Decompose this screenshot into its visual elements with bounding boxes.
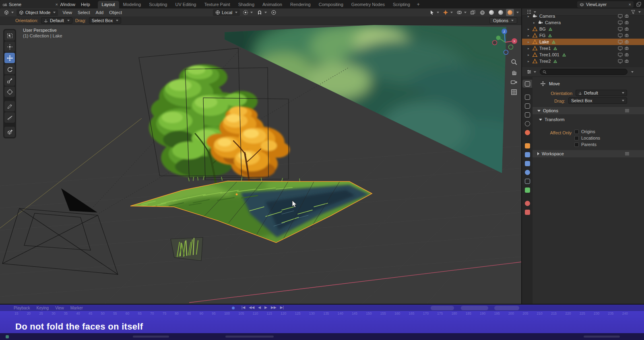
workspace-section-header[interactable]: Workspace [533,150,644,157]
disclosure-icon[interactable]: ▸ [533,21,538,25]
section-menu-icon[interactable] [625,109,630,113]
tool-transform[interactable] [4,87,15,97]
show-overlays-button[interactable] [455,9,468,16]
timeline-menu[interactable]: View [55,306,64,310]
shading-solid-button[interactable] [487,9,495,16]
pan-hand-icon[interactable] [510,68,518,76]
viewport-menu[interactable]: Add [93,9,107,16]
show-gizmo-button[interactable] [442,9,454,16]
viewport-visibility-icon[interactable] [618,52,623,57]
tool-move[interactable] [4,53,15,63]
render-visibility-icon[interactable] [625,39,630,44]
transport-button[interactable]: |◀ [242,305,245,309]
properties-tab[interactable] [522,93,532,101]
timeline-menu[interactable]: Keying [37,306,49,310]
options-section-header[interactable]: Options [533,107,644,114]
workspace-tab[interactable]: Layout [98,1,119,8]
properties-tab[interactable] [522,159,532,167]
viewport-menu[interactable]: View [60,9,75,16]
workspace-tab[interactable]: Rendering [286,1,315,8]
render-visibility-icon[interactable] [625,59,630,64]
affect-only-option[interactable]: Parents [574,141,600,148]
workspace-tab[interactable]: Compositing [315,1,347,8]
axis-neg-z-ball[interactable] [504,50,508,55]
tool-cursor[interactable] [4,41,15,52]
mode-selector[interactable]: Object Mode [17,9,58,16]
disclosure-icon[interactable]: ▸ [528,40,533,44]
outliner-row[interactable]: ▸ Tree1.001 [522,52,644,58]
properties-tab[interactable] [522,142,532,150]
checkbox[interactable] [574,142,579,147]
grass-card-object[interactable] [171,237,203,261]
viewport-visibility-icon[interactable] [618,59,623,64]
properties-tab[interactable] [522,128,532,136]
tool-scale[interactable] [4,75,15,86]
transport-button[interactable]: ◀ [258,305,261,309]
timeline-menu[interactable]: Playback [14,306,30,310]
viewport-menu[interactable]: Select [75,9,93,16]
viewport-options-dropdown[interactable]: Options [489,17,517,24]
shading-material-button[interactable] [497,9,505,16]
transform-orientation-selector[interactable]: Local [213,9,240,16]
properties-search-input[interactable] [540,69,627,75]
outliner-row[interactable]: ▸ Camera [522,19,644,26]
tool-add-cube[interactable] [4,127,15,137]
editor-type-button[interactable] [2,9,15,16]
affect-only-option[interactable]: Origins [574,128,600,135]
disclosure-icon[interactable]: ▸ [528,14,533,18]
viewport-visibility-icon[interactable] [618,39,623,44]
properties-tab[interactable] [522,150,532,159]
viewlayer-unlink-button[interactable]: × [629,2,631,7]
topbar-menu[interactable]: Help [78,1,93,8]
section-menu-icon[interactable] [625,152,630,156]
tool-drag-dropdown[interactable]: Select Box [89,17,122,24]
timeline-menu[interactable]: Marker [70,306,83,310]
viewport-visibility-icon[interactable] [618,20,623,25]
drag-dropdown[interactable]: Select Box [568,97,627,104]
properties-tab[interactable] [522,168,532,176]
lake-ground-object[interactable] [127,173,378,246]
transform-subsection-header[interactable]: Transform [539,117,565,122]
render-visibility-icon[interactable] [625,27,630,31]
properties-tab[interactable] [522,208,532,216]
workspace-tab[interactable]: Modeling [119,1,145,8]
tool-annotate[interactable] [4,101,15,111]
viewport-canvas[interactable]: Z X [0,25,521,304]
toggle-xray-button[interactable] [469,9,477,16]
transport-button[interactable]: ◀◀ [249,305,254,309]
render-visibility-icon[interactable] [625,52,630,57]
workspace-tab[interactable]: Sculpting [145,1,171,8]
show-object-types-button[interactable] [428,9,440,16]
tool-orientation-dropdown[interactable]: Default [41,17,72,24]
add-workspace-button[interactable]: + [414,2,423,7]
viewport-3d[interactable]: Z X User Perspective (1) Collection | La… [0,25,521,304]
render-visibility-icon[interactable] [625,20,630,25]
disclosure-icon[interactable]: ▸ [528,60,533,63]
outliner-row[interactable]: ▸ BG [522,26,644,32]
properties-tab[interactable] [522,199,532,207]
properties-tab[interactable] [522,177,532,185]
new-viewlayer-icon[interactable] [636,2,642,7]
tool-measure[interactable] [4,112,15,123]
render-visibility-icon[interactable] [625,33,630,38]
disclosure-icon[interactable]: ▸ [528,34,533,37]
tool-select-box[interactable] [4,30,15,41]
scene-selector[interactable]: Scene × [0,0,60,8]
scene-unlink-button[interactable]: × [56,2,58,7]
tool-rotate[interactable] [4,64,15,74]
affect-only-option[interactable]: Locations [574,135,600,141]
outliner-row[interactable]: ▸ Camera [522,13,644,19]
axis-neg-y-ball[interactable] [509,45,513,49]
workspace-tab[interactable]: Geometry Nodes [347,1,389,8]
checkbox[interactable] [574,136,579,140]
workspace-tab[interactable]: UV Editing [171,1,200,8]
outliner-row[interactable]: ▸ Tree2 [522,58,644,64]
disclosure-icon[interactable]: ▸ [528,53,533,57]
properties-tab[interactable] [522,80,532,88]
workspace-tab[interactable]: Shading [234,1,258,8]
orientation-dropdown[interactable]: Default [576,90,627,96]
axis-y-ball[interactable] [496,36,501,40]
render-visibility-icon[interactable] [625,46,630,51]
workspace-tab[interactable]: Animation [258,1,286,8]
shading-rendered-button[interactable] [506,9,514,16]
